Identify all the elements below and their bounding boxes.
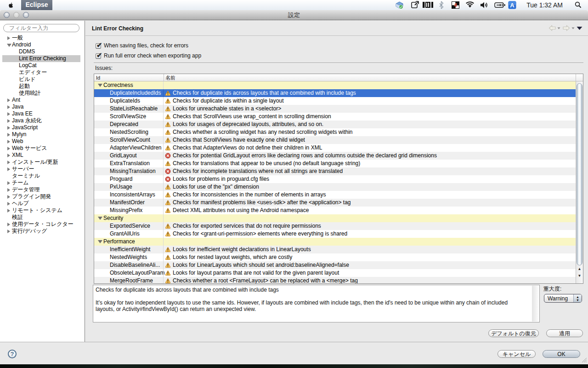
svg-text:A: A [510, 2, 514, 9]
svg-text:4: 4 [454, 2, 457, 8]
